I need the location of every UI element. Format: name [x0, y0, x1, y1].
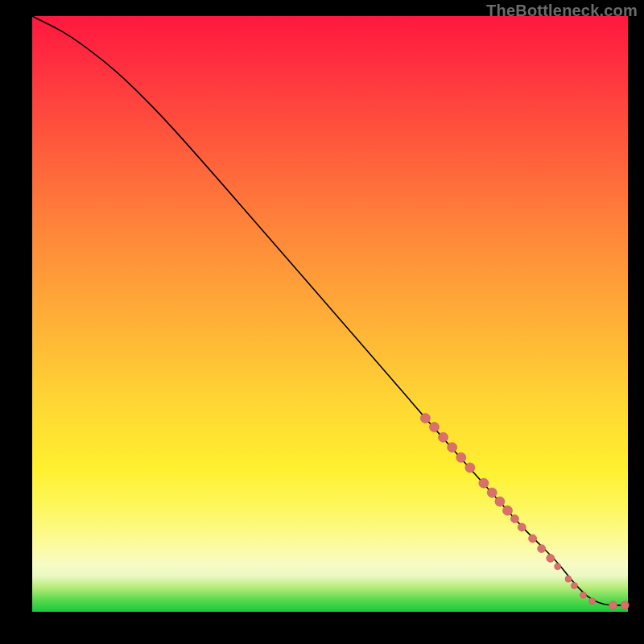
data-point — [487, 488, 497, 497]
data-point — [430, 423, 440, 432]
data-point — [565, 576, 572, 582]
data-point — [448, 443, 457, 452]
data-point — [510, 515, 518, 523]
data-point — [479, 478, 489, 488]
chart-stage: TheBottleneck.com — [0, 0, 644, 644]
data-point — [503, 506, 513, 515]
data-point — [609, 601, 617, 609]
data-point — [518, 523, 526, 531]
data-point — [529, 535, 537, 543]
data-point — [580, 592, 587, 598]
data-point — [547, 554, 555, 562]
data-point — [456, 452, 466, 462]
data-point — [420, 414, 430, 423]
data-point — [439, 432, 448, 442]
data-point — [621, 601, 629, 609]
data-point — [589, 598, 596, 605]
scatter-points — [420, 414, 629, 609]
data-point — [538, 545, 546, 553]
curve-line — [32, 16, 628, 605]
plot-svg — [32, 16, 628, 612]
data-point — [571, 582, 577, 588]
data-point — [495, 497, 505, 506]
data-point — [555, 564, 561, 570]
data-point — [465, 463, 475, 473]
